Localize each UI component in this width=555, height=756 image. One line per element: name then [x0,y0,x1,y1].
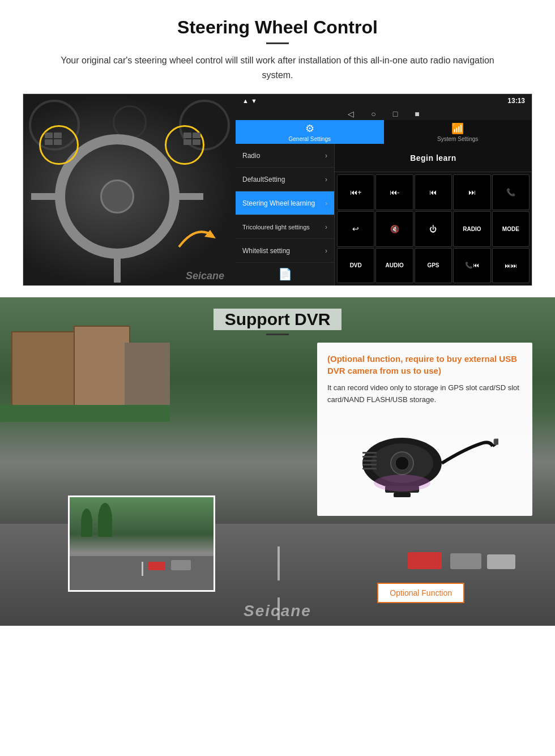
page-title: Steering Wheel Control [23,17,532,38]
tab-row: ⚙ General Settings 📶 System Settings [236,120,532,144]
dvr-optional-title: (Optional function, require to buy exter… [327,353,522,377]
right-panel: Begin learn ⏮+ ⏮- ⏮ ⏭ 📞 ↩ 🔇 ⏻ RADIO MODE [335,144,532,285]
steering-photo: Seicane [23,94,236,286]
ctrl-phone-prev[interactable]: 📞⏮ [453,248,490,284]
tab-system-settings[interactable]: 📶 System Settings [384,120,532,144]
circle-left-highlight [39,125,79,165]
ctrl-next-next[interactable]: ⏭⏭ [492,248,530,284]
radio-chevron-icon: › [325,152,327,160]
menu-tricoloured-label: Tricoloured light settings [242,224,310,230]
begin-learn-button[interactable]: Begin learn [410,153,456,163]
whitelist-chevron-icon: › [325,247,327,255]
seicane-bottom-watermark: Seicane [244,602,311,620]
ctrl-vol-up[interactable]: ⏮+ [337,174,374,210]
tab-general-settings[interactable]: ⚙ General Settings [236,120,384,144]
menu-item-whitelist[interactable]: Whitelist setting › [236,239,334,263]
svg-rect-11 [362,460,377,462]
dvr-divider [266,334,289,335]
system-tab-icon: 📶 [451,122,464,135]
ctrl-audio[interactable]: AUDIO [375,248,413,284]
steering-section: Steering Wheel Control Your original car… [0,0,555,297]
dvr-description: It can record video only to storage in G… [327,382,522,406]
file-icon: 📄 [278,267,292,281]
dvr-device-svg [351,415,498,506]
home-nav-icon[interactable]: ○ [371,109,375,118]
svg-rect-6 [394,493,411,497]
ui-panel: Seicane ▲ ▼ 13:13 ◁ ○ □ ■ ⚙ [23,93,532,286]
dvr-title-area: Support DVR [0,297,555,341]
nav-bar: ◁ ○ □ ■ [236,108,532,120]
svg-rect-7 [494,439,498,445]
back-nav-icon[interactable]: ◁ [348,109,354,118]
svg-rect-12 [362,464,377,465]
recent-nav-icon[interactable]: □ [393,109,398,118]
ctrl-mute[interactable]: 🔇 [375,211,413,247]
dvr-inset-video [68,496,215,592]
dvr-device-area [327,415,522,506]
arrow-icon [173,219,219,253]
begin-learn-row: Begin learn [335,144,532,172]
ctrl-gps[interactable]: GPS [415,248,452,284]
ctrl-phone[interactable]: 📞 [492,174,530,210]
svg-point-4 [395,456,409,470]
ctrl-radio[interactable]: RADIO [453,211,490,247]
dvr-info-box: (Optional function, require to buy exter… [317,343,532,516]
menu-steering-label: Steering Wheel learning [242,199,315,207]
ctrl-hangup[interactable]: ↩ [337,211,374,247]
tab-system-label: System Settings [437,136,478,142]
menu-item-default-setting[interactable]: DefaultSetting › [236,168,334,191]
menu-whitelist-label: Whitelist setting [242,247,290,255]
ctrl-vol-down[interactable]: ⏮- [375,174,413,210]
circle-right-highlight [165,125,204,165]
menu-content: Radio › DefaultSetting › Steering Wheel … [236,144,532,285]
svg-rect-13 [362,468,377,469]
ctrl-prev-track[interactable]: ⏮ [415,174,452,210]
control-grid: ⏮+ ⏮- ⏮ ⏭ 📞 ↩ 🔇 ⏻ RADIO MODE DVD AUDIO G… [335,172,532,285]
tricoloured-chevron-icon: › [325,223,327,231]
gear-tab-icon: ⚙ [305,122,314,135]
ctrl-power[interactable]: ⏻ [415,211,452,247]
menu-bottom-icon: 📄 [236,263,334,285]
android-ui-panel: ▲ ▼ 13:13 ◁ ○ □ ■ ⚙ General Settings 📶 [236,94,532,285]
status-time: 13:13 [507,97,525,105]
menu-radio-label: Radio [242,152,260,160]
steering-chevron-icon: › [325,199,327,207]
dvr-background: Support DVR (Optional function, require … [0,297,555,626]
dvr-section: Support DVR (Optional function, require … [0,297,555,626]
menu-item-tricoloured[interactable]: Tricoloured light settings › [236,215,334,239]
status-icons-left: ▲ ▼ [242,97,257,104]
signal-icon: ▲ [242,97,249,104]
wifi-icon: ▼ [251,97,257,104]
seicane-watermark: Seicane [186,270,224,282]
dvr-title: Support DVR [214,309,342,330]
ctrl-next-track[interactable]: ⏭ [453,174,490,210]
status-bar: ▲ ▼ 13:13 [236,94,532,108]
optional-function-badge: Optional Function [377,583,464,603]
ctrl-dvd[interactable]: DVD [337,248,374,284]
menu-nav-icon[interactable]: ■ [415,109,419,118]
svg-rect-10 [362,456,377,458]
svg-marker-0 [204,230,216,238]
menu-list: Radio › DefaultSetting › Steering Wheel … [236,144,335,285]
svg-rect-9 [362,452,377,454]
menu-defaultsetting-label: DefaultSetting [242,176,285,183]
default-chevron-icon: › [325,176,327,183]
menu-item-radio[interactable]: Radio › [236,144,334,168]
menu-item-steering-wheel[interactable]: Steering Wheel learning › [236,191,334,215]
tab-general-label: General Settings [289,136,331,142]
subtitle-text: Your original car's steering wheel contr… [45,53,510,82]
title-divider [266,42,289,44]
ctrl-mode[interactable]: MODE [492,211,530,247]
svg-point-8 [374,475,430,492]
